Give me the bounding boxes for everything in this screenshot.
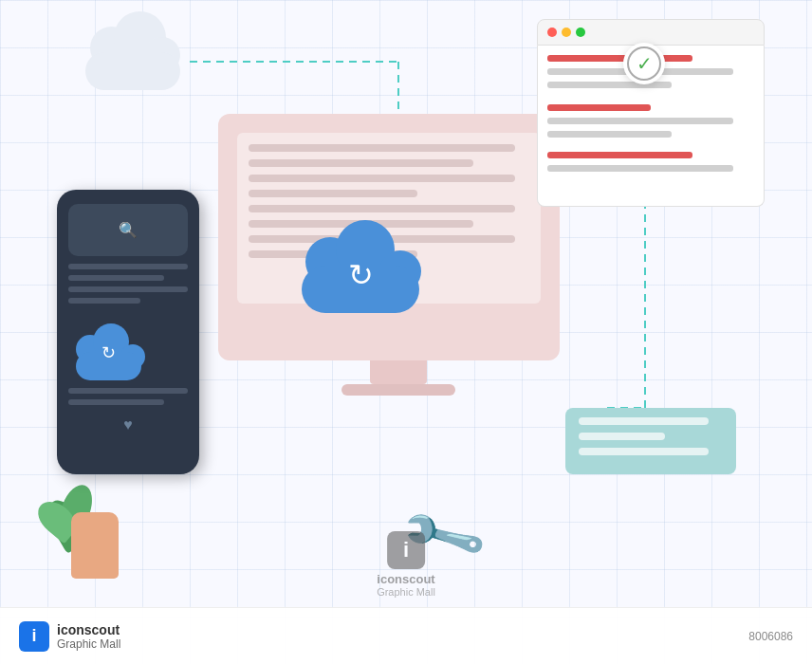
cloud-sync-phone: ↻ xyxy=(68,325,149,380)
monitor-stand xyxy=(370,360,427,384)
watermark-id: 8006086 xyxy=(748,630,793,643)
phone-line-2 xyxy=(68,275,164,281)
check-badge: ✓ xyxy=(623,43,665,84)
center-watermark: i iconscout Graphic Mall xyxy=(377,531,435,598)
browser-line-7 xyxy=(547,152,692,158)
browser-line-6 xyxy=(547,131,672,138)
phone-line-5 xyxy=(68,388,188,394)
browser-line-4 xyxy=(547,104,651,111)
browser-line-5 xyxy=(547,118,733,124)
hand xyxy=(71,512,119,579)
info-box-line-2 xyxy=(579,433,665,440)
phone-line-4 xyxy=(68,298,140,304)
watermark-text: iconscout Graphic Mall xyxy=(57,622,120,651)
center-brand-name: iconscout xyxy=(377,572,434,586)
watermark-sub: Graphic Mall xyxy=(57,637,120,651)
watermark-left: i iconscout Graphic Mall xyxy=(19,621,120,652)
browser-titlebar xyxy=(537,19,765,46)
cloud-sync-center: ↻ xyxy=(294,228,427,323)
screen-line-1 xyxy=(249,144,515,152)
info-box-line-3 xyxy=(579,448,709,455)
screen-line-4 xyxy=(249,190,417,197)
minimize-dot xyxy=(562,28,571,37)
info-box xyxy=(565,408,736,474)
phone-line-6 xyxy=(68,399,164,405)
info-box-line-1 xyxy=(579,417,709,425)
phone-screen: 🔍 xyxy=(68,204,188,256)
screen-line-5 xyxy=(249,205,515,212)
main-container: ✓ ↻ 🔍 xyxy=(0,0,812,664)
maximize-dot xyxy=(576,28,585,37)
browser-line-1 xyxy=(547,55,692,62)
center-brand-sub: Graphic Mall xyxy=(377,586,435,598)
browser-line-8 xyxy=(547,165,733,172)
server-device: 🔍 ↻ ♥ xyxy=(57,190,199,474)
search-icon: 🔍 xyxy=(119,221,138,239)
phone-line-3 xyxy=(68,286,188,292)
screen-line-3 xyxy=(249,175,515,182)
close-dot xyxy=(547,28,557,37)
sync-arrows-center: ↻ xyxy=(348,257,374,293)
monitor-base xyxy=(341,384,455,396)
browser-line-3 xyxy=(547,82,672,88)
phone-line-1 xyxy=(68,264,188,269)
cloud-topleft xyxy=(76,28,190,95)
check-icon: ✓ xyxy=(627,46,661,81)
sync-arrows-phone: ↻ xyxy=(102,342,116,363)
iconscout-center-logo: i xyxy=(387,531,425,569)
watermark-bar: i iconscout Graphic Mall 8006086 xyxy=(0,607,812,664)
screen-line-2 xyxy=(249,159,473,167)
iconscout-logo: i xyxy=(19,621,49,652)
watermark-brand: iconscout xyxy=(57,622,120,637)
